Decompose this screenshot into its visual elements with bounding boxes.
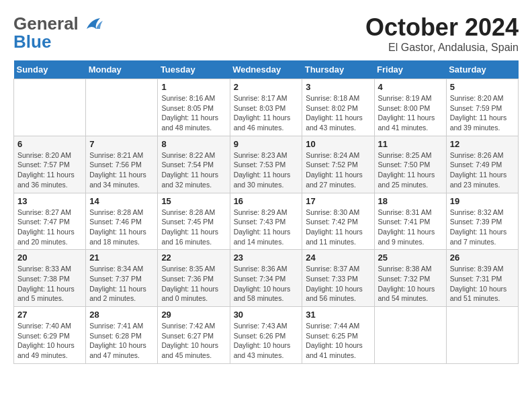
logo-blue-text: Blue xyxy=(13,32,51,52)
calendar-day-cell: 2Sunrise: 8:17 AM Sunset: 8:03 PM Daylig… xyxy=(230,79,302,136)
calendar-day-cell: 31Sunrise: 7:44 AM Sunset: 6:25 PM Dayli… xyxy=(302,307,374,364)
calendar-week-row: 1Sunrise: 8:16 AM Sunset: 8:05 PM Daylig… xyxy=(14,79,519,136)
day-info: Sunrise: 8:23 AM Sunset: 7:53 PM Dayligh… xyxy=(234,150,299,190)
calendar-day-cell: 10Sunrise: 8:24 AM Sunset: 7:52 PM Dayli… xyxy=(302,136,374,193)
day-header-sunday: Sunday xyxy=(14,60,86,79)
day-info: Sunrise: 8:35 AM Sunset: 7:36 PM Dayligh… xyxy=(161,264,226,304)
day-number: 17 xyxy=(306,196,370,206)
calendar-day-cell: 23Sunrise: 8:36 AM Sunset: 7:34 PM Dayli… xyxy=(230,250,302,307)
day-number: 10 xyxy=(306,139,370,149)
day-info: Sunrise: 8:29 AM Sunset: 7:43 PM Dayligh… xyxy=(234,208,299,247)
calendar-day-cell: 26Sunrise: 8:39 AM Sunset: 7:31 PM Dayli… xyxy=(446,250,518,307)
day-number: 5 xyxy=(450,82,515,92)
day-header-monday: Monday xyxy=(86,60,158,79)
day-info: Sunrise: 8:25 AM Sunset: 7:50 PM Dayligh… xyxy=(378,150,443,190)
day-info: Sunrise: 8:20 AM Sunset: 7:59 PM Dayligh… xyxy=(450,93,515,133)
calendar-day-cell: 13Sunrise: 8:27 AM Sunset: 7:47 PM Dayli… xyxy=(14,193,86,250)
day-number: 15 xyxy=(161,196,226,206)
calendar-header-row: SundayMondayTuesdayWednesdayThursdayFrid… xyxy=(14,60,519,79)
calendar-day-cell: 5Sunrise: 8:20 AM Sunset: 7:59 PM Daylig… xyxy=(446,79,518,136)
calendar-day-cell: 8Sunrise: 8:22 AM Sunset: 7:54 PM Daylig… xyxy=(158,136,230,193)
day-info: Sunrise: 8:16 AM Sunset: 8:05 PM Dayligh… xyxy=(161,93,226,133)
day-number: 22 xyxy=(161,253,226,263)
day-number: 8 xyxy=(161,139,226,149)
day-number: 31 xyxy=(306,310,370,320)
calendar-day-cell: 3Sunrise: 8:18 AM Sunset: 8:02 PM Daylig… xyxy=(302,79,374,136)
day-info: Sunrise: 7:41 AM Sunset: 6:28 PM Dayligh… xyxy=(89,321,154,361)
day-number: 19 xyxy=(450,196,515,206)
month-title: October 2024 xyxy=(365,13,519,42)
page-header: General Blue October 2024 El Gastor, And… xyxy=(13,13,519,54)
day-number: 7 xyxy=(89,139,154,149)
calendar-day-cell: 15Sunrise: 8:28 AM Sunset: 7:45 PM Dayli… xyxy=(158,193,230,250)
day-header-thursday: Thursday xyxy=(302,60,374,79)
day-number: 3 xyxy=(306,82,370,92)
day-number: 24 xyxy=(306,253,370,263)
day-number: 9 xyxy=(234,139,299,149)
day-number: 28 xyxy=(89,310,154,320)
day-header-saturday: Saturday xyxy=(446,60,518,79)
day-info: Sunrise: 8:32 AM Sunset: 7:39 PM Dayligh… xyxy=(450,208,515,247)
day-number: 2 xyxy=(234,82,299,92)
day-info: Sunrise: 8:21 AM Sunset: 7:56 PM Dayligh… xyxy=(89,150,154,190)
day-info: Sunrise: 8:30 AM Sunset: 7:42 PM Dayligh… xyxy=(306,208,370,247)
calendar-day-cell: 21Sunrise: 8:34 AM Sunset: 7:37 PM Dayli… xyxy=(86,250,158,307)
logo: General Blue xyxy=(13,13,103,52)
day-info: Sunrise: 7:40 AM Sunset: 6:29 PM Dayligh… xyxy=(17,321,82,361)
day-number: 11 xyxy=(378,139,443,149)
calendar-table: SundayMondayTuesdayWednesdayThursdayFrid… xyxy=(13,60,519,364)
calendar-day-cell: 30Sunrise: 7:43 AM Sunset: 6:26 PM Dayli… xyxy=(230,307,302,364)
day-info: Sunrise: 8:28 AM Sunset: 7:45 PM Dayligh… xyxy=(161,208,226,247)
day-header-friday: Friday xyxy=(374,60,446,79)
day-number: 30 xyxy=(234,310,299,320)
calendar-day-cell: 22Sunrise: 8:35 AM Sunset: 7:36 PM Dayli… xyxy=(158,250,230,307)
day-info: Sunrise: 7:42 AM Sunset: 6:27 PM Dayligh… xyxy=(161,321,226,361)
day-header-wednesday: Wednesday xyxy=(230,60,302,79)
calendar-day-cell: 11Sunrise: 8:25 AM Sunset: 7:50 PM Dayli… xyxy=(374,136,446,193)
calendar-week-row: 13Sunrise: 8:27 AM Sunset: 7:47 PM Dayli… xyxy=(14,193,519,250)
day-number: 18 xyxy=(378,196,443,206)
day-number: 23 xyxy=(234,253,299,263)
day-info: Sunrise: 8:33 AM Sunset: 7:38 PM Dayligh… xyxy=(17,264,82,304)
day-info: Sunrise: 8:17 AM Sunset: 8:03 PM Dayligh… xyxy=(234,93,299,133)
location-text: El Gastor, Andalusia, Spain xyxy=(365,42,519,54)
calendar-day-cell: 4Sunrise: 8:19 AM Sunset: 8:00 PM Daylig… xyxy=(374,79,446,136)
calendar-week-row: 20Sunrise: 8:33 AM Sunset: 7:38 PM Dayli… xyxy=(14,250,519,307)
day-info: Sunrise: 8:31 AM Sunset: 7:41 PM Dayligh… xyxy=(378,208,443,247)
calendar-day-cell: 18Sunrise: 8:31 AM Sunset: 7:41 PM Dayli… xyxy=(374,193,446,250)
calendar-day-cell: 9Sunrise: 8:23 AM Sunset: 7:53 PM Daylig… xyxy=(230,136,302,193)
calendar-day-cell: 27Sunrise: 7:40 AM Sunset: 6:29 PM Dayli… xyxy=(14,307,86,364)
calendar-day-cell: 28Sunrise: 7:41 AM Sunset: 6:28 PM Dayli… xyxy=(86,307,158,364)
day-number: 29 xyxy=(161,310,226,320)
day-info: Sunrise: 7:43 AM Sunset: 6:26 PM Dayligh… xyxy=(234,321,299,361)
day-info: Sunrise: 8:28 AM Sunset: 7:46 PM Dayligh… xyxy=(89,208,154,247)
calendar-day-cell: 24Sunrise: 8:37 AM Sunset: 7:33 PM Dayli… xyxy=(302,250,374,307)
day-info: Sunrise: 7:44 AM Sunset: 6:25 PM Dayligh… xyxy=(306,321,370,361)
day-info: Sunrise: 8:38 AM Sunset: 7:32 PM Dayligh… xyxy=(378,264,443,304)
calendar-day-cell: 20Sunrise: 8:33 AM Sunset: 7:38 PM Dayli… xyxy=(14,250,86,307)
calendar-day-cell xyxy=(374,307,446,364)
calendar-day-cell xyxy=(14,79,86,136)
calendar-day-cell: 12Sunrise: 8:26 AM Sunset: 7:49 PM Dayli… xyxy=(446,136,518,193)
day-info: Sunrise: 8:27 AM Sunset: 7:47 PM Dayligh… xyxy=(17,208,82,247)
day-number: 4 xyxy=(378,82,443,92)
day-number: 25 xyxy=(378,253,443,263)
day-info: Sunrise: 8:39 AM Sunset: 7:31 PM Dayligh… xyxy=(450,264,515,304)
calendar-day-cell: 29Sunrise: 7:42 AM Sunset: 6:27 PM Dayli… xyxy=(158,307,230,364)
day-info: Sunrise: 8:20 AM Sunset: 7:57 PM Dayligh… xyxy=(17,150,82,190)
day-info: Sunrise: 8:37 AM Sunset: 7:33 PM Dayligh… xyxy=(306,264,370,304)
day-info: Sunrise: 8:34 AM Sunset: 7:37 PM Dayligh… xyxy=(89,264,154,304)
day-number: 14 xyxy=(89,196,154,206)
calendar-day-cell: 7Sunrise: 8:21 AM Sunset: 7:56 PM Daylig… xyxy=(86,136,158,193)
day-info: Sunrise: 8:22 AM Sunset: 7:54 PM Dayligh… xyxy=(161,150,226,190)
calendar-day-cell: 17Sunrise: 8:30 AM Sunset: 7:42 PM Dayli… xyxy=(302,193,374,250)
day-number: 26 xyxy=(450,253,515,263)
day-number: 13 xyxy=(17,196,82,206)
calendar-week-row: 6Sunrise: 8:20 AM Sunset: 7:57 PM Daylig… xyxy=(14,136,519,193)
calendar-day-cell xyxy=(86,79,158,136)
day-number: 6 xyxy=(17,139,82,149)
day-number: 27 xyxy=(17,310,82,320)
day-number: 20 xyxy=(17,253,82,263)
calendar-day-cell xyxy=(446,307,518,364)
title-block: October 2024 El Gastor, Andalusia, Spain xyxy=(365,13,519,54)
